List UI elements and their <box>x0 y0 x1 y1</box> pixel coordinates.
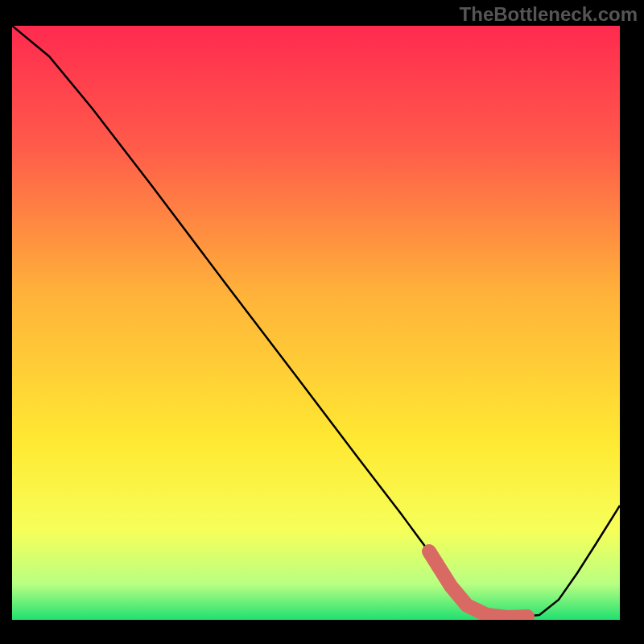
plot-container: TheBottleneck.com <box>0 0 644 644</box>
gradient-area <box>12 26 620 620</box>
watermark-label: TheBottleneck.com <box>460 3 638 26</box>
bottleneck-chart <box>0 0 644 644</box>
